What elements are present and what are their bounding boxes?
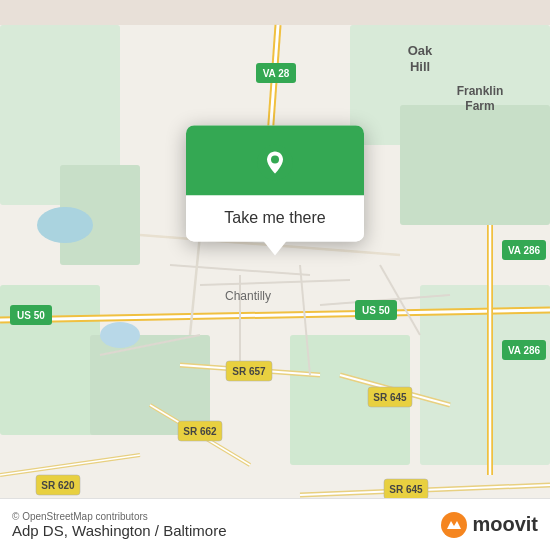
moovit-icon bbox=[440, 511, 468, 539]
svg-text:Chantilly: Chantilly bbox=[225, 289, 271, 303]
bottom-left-info: © OpenStreetMap contributors Adp DS, Was… bbox=[12, 511, 227, 539]
map-container: VA 28 VA 28 US 50 US 50 VA 286 VA 286 SR… bbox=[0, 0, 550, 550]
popup-tail bbox=[263, 240, 287, 255]
svg-text:SR 657: SR 657 bbox=[232, 366, 266, 377]
moovit-logo: moovit bbox=[440, 511, 538, 539]
svg-rect-4 bbox=[400, 105, 550, 225]
svg-point-10 bbox=[100, 322, 140, 348]
svg-text:SR 620: SR 620 bbox=[41, 480, 75, 491]
take-me-there-button[interactable]: Take me there bbox=[186, 195, 364, 241]
location-title: Adp DS, Washington / Baltimore bbox=[12, 522, 227, 539]
svg-text:SR 645: SR 645 bbox=[389, 484, 423, 495]
svg-point-9 bbox=[37, 207, 93, 243]
svg-text:Franklin: Franklin bbox=[457, 84, 504, 98]
svg-text:US 50: US 50 bbox=[362, 305, 390, 316]
svg-text:US 50: US 50 bbox=[17, 310, 45, 321]
svg-text:SR 645: SR 645 bbox=[373, 392, 407, 403]
map-svg: VA 28 VA 28 US 50 US 50 VA 286 VA 286 SR… bbox=[0, 0, 550, 550]
attribution-text: © OpenStreetMap contributors bbox=[12, 511, 227, 522]
moovit-text: moovit bbox=[472, 513, 538, 536]
svg-text:Hill: Hill bbox=[410, 59, 430, 74]
svg-rect-6 bbox=[90, 335, 210, 435]
svg-text:Farm: Farm bbox=[465, 99, 494, 113]
svg-point-68 bbox=[441, 512, 467, 538]
svg-text:Oak: Oak bbox=[408, 43, 433, 58]
bottom-bar: © OpenStreetMap contributors Adp DS, Was… bbox=[0, 498, 550, 550]
popup-header bbox=[186, 125, 364, 195]
svg-text:VA 286: VA 286 bbox=[508, 245, 541, 256]
svg-point-67 bbox=[271, 155, 279, 163]
svg-text:VA 286: VA 286 bbox=[508, 345, 541, 356]
svg-text:VA 28: VA 28 bbox=[263, 68, 290, 79]
svg-text:SR 662: SR 662 bbox=[183, 426, 217, 437]
location-pin-icon bbox=[256, 143, 294, 181]
popup-card: Take me there bbox=[186, 125, 364, 241]
